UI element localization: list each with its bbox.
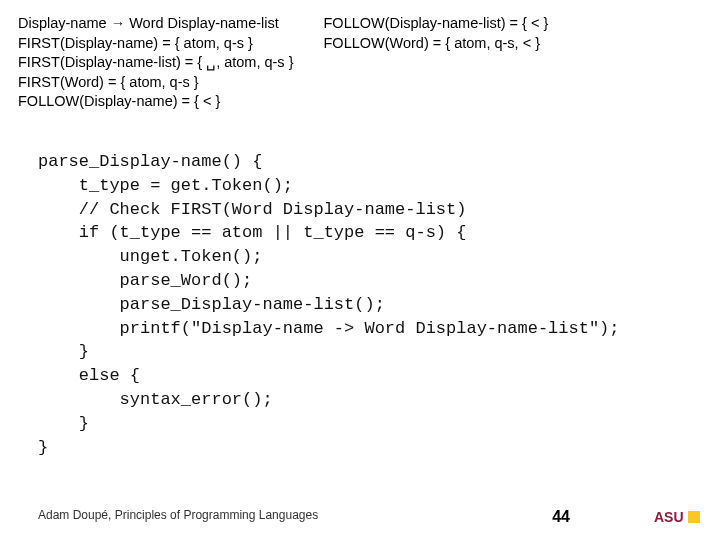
slide: Display-name → Word Display-name-list FI… <box>0 0 720 540</box>
footer-text: Adam Doupé, Principles of Programming La… <box>38 508 318 522</box>
grammar-line: FIRST(Display-name) = { atom, q-s } <box>18 34 294 54</box>
grammar-line: FOLLOW(Display-name-list) = { < } <box>324 14 549 34</box>
grammar-line: FIRST(Display-name-list) = { ␣, atom, q-… <box>18 53 294 73</box>
asu-logo: ASU <box>654 506 702 528</box>
grammar-block: Display-name → Word Display-name-list FI… <box>18 14 702 112</box>
svg-text:ASU: ASU <box>654 509 684 525</box>
svg-rect-2 <box>688 511 700 523</box>
grammar-left: Display-name → Word Display-name-list FI… <box>18 14 294 112</box>
grammar-line: FIRST(Word) = { atom, q-s } <box>18 73 294 93</box>
code-block: parse_Display-name() { t_type = get.Toke… <box>38 150 620 459</box>
grammar-right: FOLLOW(Display-name-list) = { < } FOLLOW… <box>324 14 549 112</box>
grammar-line: Display-name → Word Display-name-list <box>18 14 294 34</box>
grammar-line: FOLLOW(Word) = { atom, q-s, < } <box>324 34 549 54</box>
grammar-line: FOLLOW(Display-name) = { < } <box>18 92 294 112</box>
page-number: 44 <box>552 508 570 526</box>
